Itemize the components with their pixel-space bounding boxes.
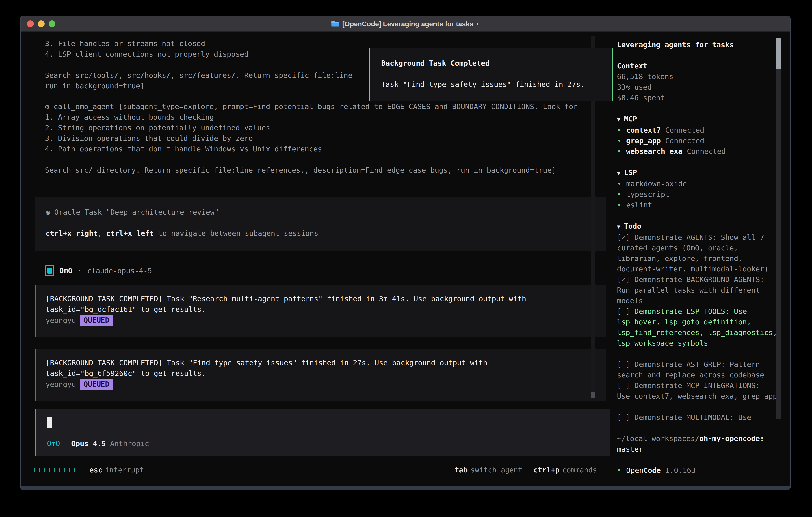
scrollback-line: 3. File handles or streams not closed bbox=[45, 38, 352, 49]
task-card-line: [BACKGROUND TASK COMPLETED] Task "Find t… bbox=[46, 357, 606, 368]
tool-call-line: 1. Array access without bounds checking bbox=[45, 112, 578, 123]
text-cursor bbox=[47, 417, 52, 428]
ctrlp-key-label: commands bbox=[562, 465, 597, 475]
lsp-item: •markdown-oxide bbox=[617, 178, 778, 189]
lsp-heading[interactable]: ▼LSP bbox=[617, 167, 778, 178]
hint-text: to navigate between subagent sessions bbox=[154, 229, 318, 237]
chat-scrollbar-thumb[interactable] bbox=[590, 392, 596, 398]
input-provider-name: Anthropic bbox=[110, 438, 149, 449]
todo-item: [ ]Demonstrate AST-GREP: Pattern search … bbox=[617, 359, 778, 380]
status-bar: esc interrupt tab switch agent ctrl+p co… bbox=[34, 465, 597, 475]
status-dot-icon: • bbox=[617, 189, 621, 199]
mcp-item: •context7Connected bbox=[617, 125, 778, 135]
toast-spacer bbox=[381, 69, 601, 79]
prompt-input[interactable]: OmO Opus 4.5 Anthropic bbox=[35, 409, 610, 456]
collapse-triangle-icon: ▼ bbox=[617, 223, 620, 230]
agent-header-row: OmO · claude-opus-4-5 bbox=[45, 265, 152, 276]
agent-name: OmO bbox=[59, 266, 72, 276]
todo-item: [✓]Demonstrate AGENTS: Show all 7 curate… bbox=[617, 232, 778, 274]
status-dot-icon: • bbox=[617, 199, 621, 210]
context-tokens: 66,518 tokens bbox=[617, 71, 778, 82]
tool-call-line: Search src/ directory. Return specific f… bbox=[45, 165, 578, 175]
scrollback-text: 3. File handles or streams not closed 4.… bbox=[45, 38, 352, 91]
task-user: yeongyu bbox=[46, 315, 76, 326]
collapse-triangle-icon: ▼ bbox=[617, 116, 620, 123]
task-card-line: task_id="bg_6f59260c" to get results. bbox=[46, 368, 606, 379]
status-dot-icon: • bbox=[617, 135, 621, 146]
omo-agent-icon bbox=[45, 265, 54, 276]
lsp-item: •eslint bbox=[617, 199, 778, 210]
oracle-task-title: ◉ Oracle Task "Deep architecture review" bbox=[46, 207, 606, 217]
workspace-path: ~/local-workspaces/oh-my-opencode: maste… bbox=[617, 433, 778, 455]
context-section: Context 66,518 tokens 33% used $0.46 spe… bbox=[617, 61, 778, 103]
agent-separator: · bbox=[78, 266, 82, 276]
opencode-terminal-window: [OpenCode] Leveraging agents for tasks ◐… bbox=[20, 16, 791, 490]
lsp-item: •typescript bbox=[617, 189, 778, 199]
tool-call-block: ⚙ call_omo_agent [subagent_type=explore,… bbox=[45, 101, 578, 175]
session-sidebar: Leveraging agents for tasks Context 66,5… bbox=[608, 32, 790, 486]
mcp-section: ▼MCP •context7Connected •grep_appConnect… bbox=[617, 113, 778, 157]
status-dot-icon: • bbox=[617, 465, 621, 475]
mcp-item: •websearch_exaConnected bbox=[617, 146, 778, 157]
task-card-line: [BACKGROUND TASK COMPLETED] Task "Resear… bbox=[46, 294, 606, 304]
scrollback-line bbox=[45, 59, 352, 70]
scrollback-line: Search src/tools/, src/hooks/, src/featu… bbox=[45, 70, 352, 81]
window-title: [OpenCode] Leveraging agents for tasks ◐ bbox=[21, 20, 790, 28]
tool-call-line: 3. Division operations that could divide… bbox=[45, 133, 578, 143]
hint-key: ctrl+x right bbox=[46, 229, 97, 237]
window-title-text: [OpenCode] Leveraging agents for tasks bbox=[342, 20, 473, 28]
input-agent-name: OmO bbox=[47, 438, 60, 449]
queued-status-badge: QUEUED bbox=[80, 315, 113, 326]
hint-key: ctrl+x left bbox=[106, 229, 154, 237]
esc-key-hint: esc bbox=[89, 465, 102, 475]
tab-key-label: switch agent bbox=[470, 465, 522, 475]
todo-item: [ ]Demonstrate MCP INTEGRATIONS: Use con… bbox=[617, 380, 778, 402]
todo-section: ▼Todo [✓]Demonstrate AGENTS: Show all 7 … bbox=[617, 221, 778, 423]
hint-separator: , bbox=[97, 229, 106, 237]
window-titlebar[interactable]: [OpenCode] Leveraging agents for tasks ◐ bbox=[21, 16, 790, 32]
context-spent: $0.46 spent bbox=[617, 92, 778, 103]
chat-pane: 3. File handles or streams not closed 4.… bbox=[21, 32, 608, 486]
oracle-nav-hint: ctrl+x right, ctrl+x left to navigate be… bbox=[46, 228, 606, 239]
esc-key-label: interrupt bbox=[105, 465, 144, 475]
task-card-meta: yeongyu QUEUED bbox=[46, 379, 606, 390]
opencode-version: • OpenCode 1.0.163 bbox=[617, 465, 778, 475]
scrollback-line: run_in_background=true] bbox=[45, 81, 352, 91]
tab-key-hint: tab bbox=[455, 465, 467, 475]
status-dot-icon: • bbox=[617, 146, 621, 157]
status-dot-icon: • bbox=[617, 125, 621, 135]
task-user: yeongyu bbox=[46, 379, 76, 390]
todo-item: [ ]Demonstrate MULTIMODAL: Use bbox=[617, 412, 778, 423]
context-used: 33% used bbox=[617, 82, 778, 92]
sidebar-scrollbar[interactable] bbox=[776, 38, 781, 419]
mcp-heading[interactable]: ▼MCP bbox=[617, 113, 778, 125]
session-title: Leveraging agents for tasks bbox=[617, 39, 778, 50]
tool-call-line: 2. String operations on potentially unde… bbox=[45, 123, 578, 133]
todo-heading[interactable]: ▼Todo bbox=[617, 221, 778, 232]
input-model-name: Opus 4.5 bbox=[71, 438, 106, 449]
tool-call-line: 4. Path operations that don't handle Win… bbox=[45, 143, 578, 154]
oracle-spacer bbox=[46, 217, 606, 228]
todo-item: [ ]Demonstrate LSP TOOLS: Use lsp_hover,… bbox=[617, 306, 778, 349]
toast-message: Task "Find type safety issues" finished … bbox=[381, 79, 601, 89]
agent-model: claude-opus-4-5 bbox=[87, 266, 152, 276]
tool-call-line: ⚙ call_omo_agent [subagent_type=explore,… bbox=[45, 101, 578, 112]
oracle-task-card: ◉ Oracle Task "Deep architecture review"… bbox=[35, 197, 606, 251]
task-card-line: task_id="bg_dcfac161" to get results. bbox=[46, 304, 606, 315]
window-bottom-edge bbox=[21, 486, 790, 490]
status-dot-icon: • bbox=[617, 178, 621, 189]
sidebar-scrollbar-thumb[interactable] bbox=[776, 38, 781, 69]
background-task-toast: Background Task Completed Task "Find typ… bbox=[369, 48, 613, 101]
collapse-triangle-icon: ▼ bbox=[617, 170, 620, 176]
scrollback-line: 4. LSP client connections not properly d… bbox=[45, 49, 352, 59]
background-task-card: [BACKGROUND TASK COMPLETED] Task "Find t… bbox=[35, 349, 606, 401]
task-card-meta: yeongyu QUEUED bbox=[46, 315, 606, 326]
toast-title: Background Task Completed bbox=[381, 58, 601, 69]
tool-call-line bbox=[45, 154, 578, 165]
status-right: tab switch agent ctrl+p commands bbox=[455, 465, 597, 475]
sidebar-scrollbar-track[interactable] bbox=[776, 69, 781, 419]
folder-icon bbox=[331, 20, 340, 27]
spinner-dots-icon bbox=[34, 468, 75, 472]
queued-status-badge: QUEUED bbox=[80, 379, 113, 390]
context-heading: Context bbox=[617, 61, 778, 71]
